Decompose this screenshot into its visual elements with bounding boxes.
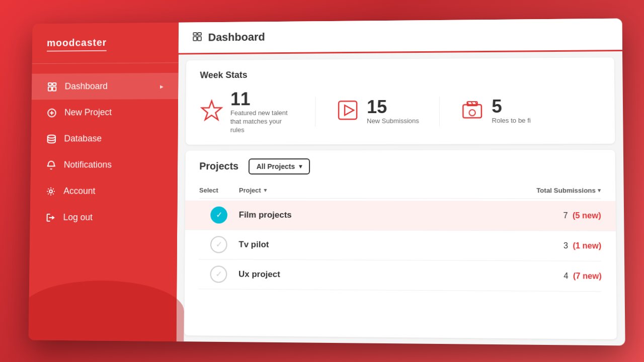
stat-featured-label: Featured new talent that matches your ru… [230,109,295,135]
database-icon [46,134,57,144]
grid-icon [46,81,58,92]
sidebar-item-logout[interactable]: Log out [30,204,177,231]
svg-point-7 [48,135,56,138]
stat-roles-info: 5 Roles to be fi [492,98,531,125]
new-count-badge: (7 new) [573,272,602,281]
stat-featured-number: 11 [230,90,295,108]
sidebar: moodcaster Dashboard ▸ [29,23,179,341]
week-stats-title: Week Stats [200,68,600,81]
stat-roles-number: 5 [492,98,530,116]
svg-rect-10 [193,33,197,35]
projects-title: Projects [199,160,238,172]
row-project-name: Ux project [238,269,498,281]
row-select-ux[interactable]: ✓ [199,265,238,283]
row-select-film[interactable]: ✓ [199,206,239,223]
row-select-tv[interactable]: ✓ [199,236,238,253]
svg-point-8 [49,190,52,193]
stat-roles: 5 Roles to be fi [460,97,531,125]
svg-rect-13 [198,36,201,40]
new-count-badge: (5 new) [573,211,601,220]
bell-icon [45,160,57,170]
star-icon [200,99,224,126]
checkbox-checked-icon[interactable]: ✓ [210,206,227,223]
logout-icon [45,213,56,223]
sidebar-item-logout-label: Log out [63,212,93,223]
logo-area: moodcaster [32,23,179,64]
svg-marker-16 [345,105,354,115]
stat-featured: 11 Featured new talent that matches your… [200,90,295,135]
checkbox-unchecked-icon[interactable]: ✓ [210,265,227,283]
projects-header: Projects All Projects ▾ [199,158,601,174]
svg-rect-12 [193,36,197,40]
checkbox-unchecked-icon[interactable]: ✓ [210,236,227,253]
submissions-sort-icon[interactable]: ▾ [598,187,601,194]
plus-circle-icon [46,108,57,118]
all-projects-dropdown[interactable]: All Projects ▾ [249,158,310,174]
row-submissions: 7 (5 new) [498,211,601,220]
svg-marker-14 [202,101,222,120]
sidebar-item-dashboard-label: Dashboard [65,81,108,92]
projects-section: Projects All Projects ▾ Select Project ▾… [184,150,617,339]
app-logo: moodcaster [47,37,107,51]
svg-rect-2 [48,86,52,90]
stat-divider-1 [315,97,315,127]
main-content: Dashboard Week Stats 11 Featured new tal… [176,19,625,346]
table-row[interactable]: ✓ Ux project 4 (7 new) [199,259,602,292]
header-accent-bar [179,51,420,55]
sort-chevron-icon[interactable]: ▾ [264,187,267,194]
app-window: moodcaster Dashboard ▸ [29,19,625,346]
svg-rect-11 [198,32,201,35]
stat-submissions-number: 15 [367,98,419,116]
svg-point-22 [469,110,475,116]
col-header-project: Project ▾ [239,187,498,194]
table-header: Select Project ▾ Total Submissions ▾ [199,183,601,199]
stats-row: 11 Featured new talent that matches your… [200,88,601,135]
row-project-name: Film projects [239,210,498,220]
sidebar-item-database-label: Database [64,133,102,144]
table-row[interactable]: ✓ Tv pilot 3 (1 new) [199,230,601,261]
svg-rect-3 [53,86,56,90]
page-title: Dashboard [208,31,265,44]
stat-submissions-info: 15 New Submissions [367,98,419,126]
sidebar-item-account-label: Account [63,186,95,197]
stat-roles-label: Roles to be fi [492,117,531,125]
stat-divider-2 [439,97,440,127]
row-submissions: 4 (7 new) [498,271,602,281]
sidebar-item-database[interactable]: Database [31,125,178,152]
sidebar-item-dashboard[interactable]: Dashboard ▸ [32,73,179,100]
sidebar-item-notifications-label: Notifications [64,160,112,170]
col-header-select: Select [199,187,239,194]
new-count-badge: (1 new) [573,241,601,250]
svg-rect-1 [53,82,56,85]
sidebar-item-account[interactable]: Account [30,178,178,205]
play-icon [336,98,360,126]
sidebar-item-new-project[interactable]: New Project [31,99,178,126]
chevron-down-icon: ▾ [299,163,302,170]
row-submissions: 3 (1 new) [498,241,602,250]
week-stats-section: Week Stats 11 Featured new talent that m… [186,57,615,144]
gear-icon [45,186,56,196]
director-icon [460,98,485,125]
chevron-right-icon: ▸ [160,82,164,90]
sidebar-item-notifications[interactable]: Notifications [31,152,178,178]
row-project-name: Tv pilot [238,239,498,250]
sidebar-item-new-project-label: New Project [64,107,112,118]
page-header: Dashboard [179,19,622,55]
table-row[interactable]: ✓ Film projects 7 (5 new) [185,200,616,231]
header-grid-icon [192,32,202,44]
col-header-submissions: Total Submissions ▾ [498,187,601,194]
dropdown-label: All Projects [257,162,295,170]
svg-rect-0 [48,82,52,85]
stat-featured-info: 11 Featured new talent that matches your… [230,90,295,134]
stat-submissions-label: New Submissions [367,117,419,126]
stat-submissions: 15 New Submissions [336,98,419,126]
